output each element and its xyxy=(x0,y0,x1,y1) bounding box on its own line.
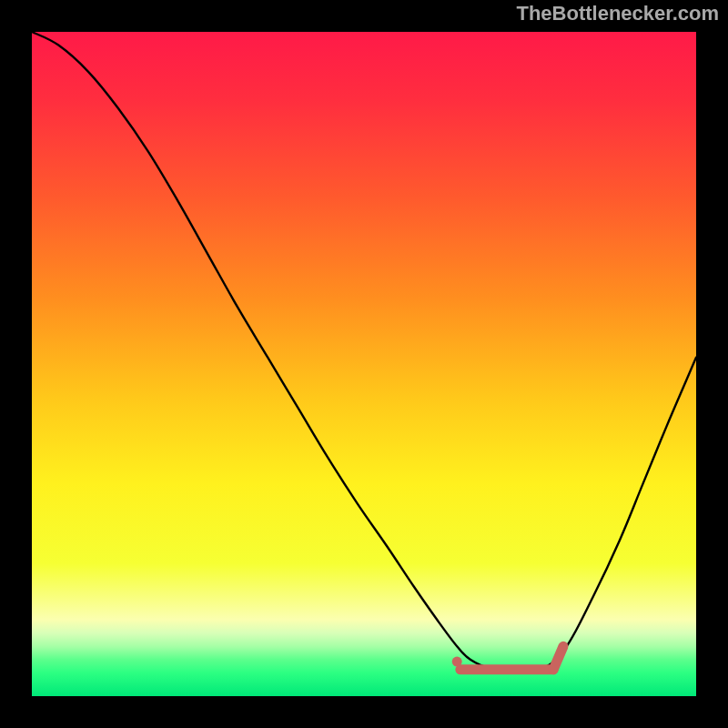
gradient-bg xyxy=(32,32,696,696)
watermark-text: TheBottlenecker.com xyxy=(516,2,719,25)
chart-stage: TheBottlenecker.com xyxy=(0,0,728,728)
accent-dot xyxy=(452,657,462,667)
plot-svg xyxy=(32,32,696,696)
